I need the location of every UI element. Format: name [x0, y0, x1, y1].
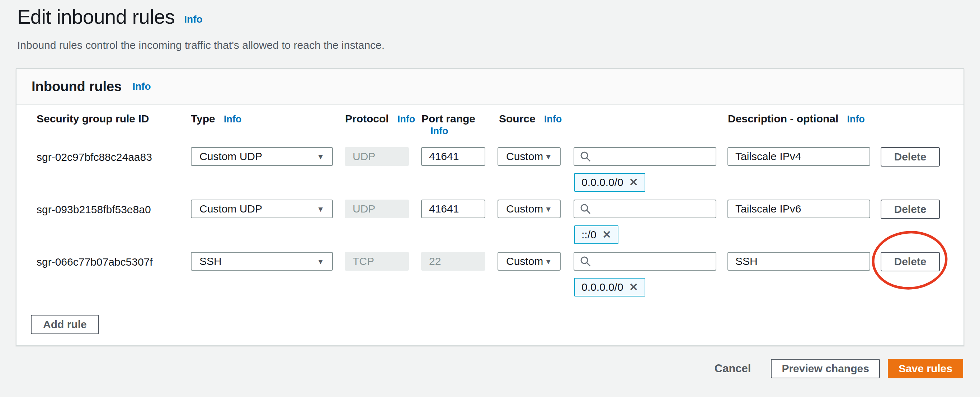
- port-range-field[interactable]: [421, 199, 485, 218]
- description-field[interactable]: [727, 147, 870, 166]
- type-select-value: SSH: [199, 255, 222, 268]
- source-search-input[interactable]: [574, 252, 716, 271]
- page-header: Edit inbound rules Info Inbound rules co…: [17, 5, 385, 51]
- panel-title: Inbound rules: [32, 79, 122, 94]
- source-cidr-value: ::/0: [581, 229, 597, 241]
- close-icon[interactable]: ✕: [629, 177, 638, 188]
- description-field[interactable]: [727, 252, 870, 271]
- page-subtitle: Inbound rules control the incoming traff…: [17, 39, 385, 51]
- col-header-protocol: ProtocolInfo: [345, 113, 415, 125]
- table-row: sgr-093b2158fbf53e8a0 Custom UDP ▼ Custo…: [16, 199, 964, 219]
- rule-id-text: sgr-066c77b07abc5307f: [37, 256, 153, 268]
- caret-down-icon: ▼: [544, 205, 552, 213]
- save-rules-button[interactable]: Save rules: [888, 359, 963, 378]
- source-cidr-value: 0.0.0.0/0: [581, 281, 624, 293]
- caret-down-icon: ▼: [317, 205, 324, 213]
- panel-title-info-link[interactable]: Info: [132, 81, 151, 92]
- footer-actions: Cancel Preview changes Save rules: [714, 359, 963, 378]
- rule-id-text: sgr-093b2158fbf53e8a0: [37, 204, 151, 216]
- col-header-rule-id: Security group rule ID: [37, 113, 149, 125]
- inbound-rules-panel: Inbound rules Info Security group rule I…: [16, 68, 964, 346]
- protocol-info-link[interactable]: Info: [398, 114, 415, 124]
- close-icon[interactable]: ✕: [602, 230, 611, 240]
- col-header-description-label: Description - optional: [728, 113, 838, 124]
- port-range-info-link[interactable]: Info: [430, 126, 448, 137]
- source-select-value: Custom: [506, 203, 543, 215]
- panel-header: Inbound rules Info: [16, 69, 964, 105]
- col-header-source: SourceInfo: [499, 113, 562, 125]
- col-header-type-label: Type: [191, 113, 215, 124]
- source-select[interactable]: Custom ▼: [498, 147, 561, 166]
- source-info-link[interactable]: Info: [544, 114, 562, 124]
- delete-rule-button[interactable]: Delete: [881, 199, 940, 219]
- source-select[interactable]: Custom ▼: [498, 199, 561, 218]
- close-icon[interactable]: ✕: [629, 282, 638, 293]
- source-cidr-chip: 0.0.0.0/0 ✕: [574, 173, 645, 192]
- preview-changes-button[interactable]: Preview changes: [771, 359, 880, 378]
- source-cidr-value: 0.0.0.0/0: [581, 176, 624, 188]
- protocol-field: [345, 252, 409, 271]
- type-select[interactable]: SSH ▼: [191, 252, 333, 271]
- type-select-value: Custom UDP: [199, 203, 262, 215]
- col-header-protocol-label: Protocol: [345, 113, 389, 124]
- type-select[interactable]: Custom UDP ▼: [191, 147, 333, 166]
- cancel-button[interactable]: Cancel: [714, 362, 751, 375]
- caret-down-icon: ▼: [317, 153, 324, 161]
- description-info-link[interactable]: Info: [847, 114, 864, 124]
- rule-id-text: sgr-02c97bfc88c24aa83: [37, 151, 152, 163]
- page-title: Edit inbound rules: [17, 5, 175, 28]
- port-range-field: [421, 252, 485, 271]
- delete-rule-button[interactable]: Delete: [881, 252, 940, 271]
- description-field[interactable]: [727, 199, 870, 218]
- page-title-info-link[interactable]: Info: [184, 14, 202, 28]
- add-rule-button[interactable]: Add rule: [31, 315, 99, 334]
- delete-rule-button[interactable]: Delete: [881, 147, 940, 167]
- source-cidr-chip: 0.0.0.0/0 ✕: [574, 278, 645, 297]
- col-header-type: TypeInfo: [191, 113, 242, 125]
- caret-down-icon: ▼: [544, 153, 552, 161]
- source-select-value: Custom: [506, 150, 543, 163]
- source-search-input[interactable]: [574, 147, 716, 166]
- table-row: sgr-02c97bfc88c24aa83 Custom UDP ▼ Custo…: [16, 147, 964, 167]
- source-select[interactable]: Custom ▼: [498, 252, 561, 271]
- caret-down-icon: ▼: [544, 258, 552, 265]
- col-header-description: Description - optionalInfo: [728, 113, 865, 125]
- table-row: sgr-066c77b07abc5307f SSH ▼ Custom ▼ Del…: [16, 252, 964, 271]
- type-select[interactable]: Custom UDP ▼: [191, 199, 333, 218]
- table-header-row: Security group rule ID TypeInfo Protocol…: [16, 113, 964, 127]
- port-range-field[interactable]: [421, 147, 485, 166]
- protocol-field: [345, 147, 409, 166]
- source-select-value: Custom: [506, 255, 543, 268]
- source-cidr-chip: ::/0 ✕: [574, 225, 619, 244]
- caret-down-icon: ▼: [317, 258, 324, 265]
- protocol-field: [345, 199, 409, 218]
- col-header-source-label: Source: [499, 113, 536, 124]
- type-info-link[interactable]: Info: [224, 114, 242, 124]
- source-search-input[interactable]: [574, 199, 716, 218]
- type-select-value: Custom UDP: [199, 150, 262, 163]
- col-header-port-range: Port range: [422, 113, 475, 125]
